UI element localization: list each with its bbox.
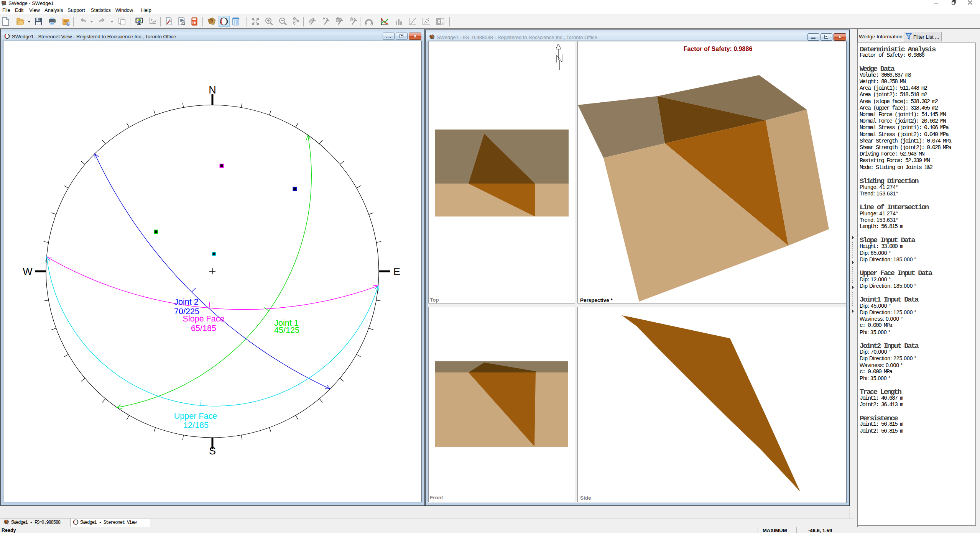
svg-text:Upper Face: Upper Face <box>174 412 217 421</box>
svg-text:N: N <box>209 84 216 96</box>
svg-text:Slope Face: Slope Face <box>183 314 225 323</box>
svg-text:65/185: 65/185 <box>191 324 216 333</box>
svg-text:E: E <box>393 266 400 277</box>
svg-text:S: S <box>209 445 216 457</box>
svg-text:45/125: 45/125 <box>274 326 299 335</box>
svg-text:12/185: 12/185 <box>183 421 209 430</box>
svg-text:Joint 2: Joint 2 <box>174 297 198 307</box>
svg-text:W: W <box>23 266 33 277</box>
